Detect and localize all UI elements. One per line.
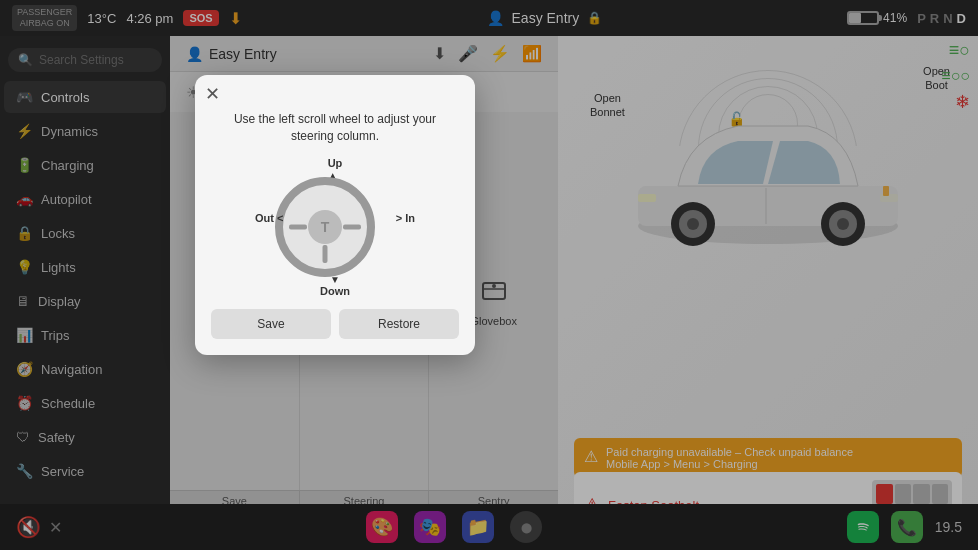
tesla-t-logo: T <box>321 219 330 235</box>
label-out: Out < <box>255 212 283 224</box>
label-in: > In <box>396 212 415 224</box>
spoke-right <box>343 224 361 229</box>
steering-diagram: Up▲ T Out < > In <box>255 157 415 297</box>
modal-restore-btn[interactable]: Restore <box>339 309 459 339</box>
steering-modal: ✕ Use the left scroll wheel to adjust yo… <box>195 75 475 355</box>
spoke-bottom <box>323 245 328 263</box>
steering-center-hub: T <box>308 210 342 244</box>
modal-actions: Save Restore <box>211 309 459 339</box>
steering-wheel-outer: T <box>275 177 375 277</box>
modal-overlay: ✕ Use the left scroll wheel to adjust yo… <box>0 0 978 550</box>
spoke-left <box>289 224 307 229</box>
modal-save-btn[interactable]: Save <box>211 309 331 339</box>
modal-instruction-text: Use the left scroll wheel to adjust your… <box>211 111 459 145</box>
modal-close-btn[interactable]: ✕ <box>205 85 220 103</box>
label-down: ▼Down <box>320 273 350 297</box>
